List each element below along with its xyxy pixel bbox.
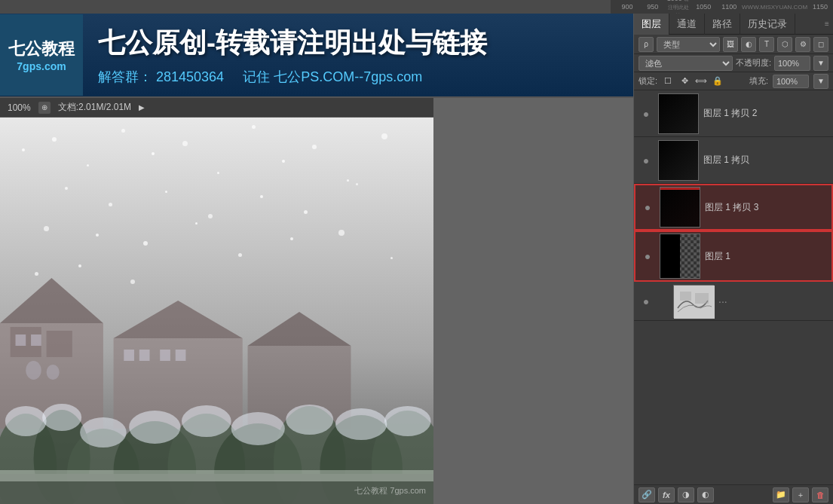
svg-point-27 bbox=[80, 417, 127, 447]
blend-mode-select[interactable]: 滤色 正常 叠加 正片叠底 bbox=[639, 56, 733, 71]
eye-icon-copy2: ● bbox=[643, 108, 649, 120]
banner-logo-inner: 七公教程 7gps.com bbox=[8, 38, 75, 72]
adjustment-layer-btn[interactable]: ◐ bbox=[697, 487, 714, 502]
tab-paths[interactable]: 路径 bbox=[705, 14, 740, 35]
layer-style-btn[interactable]: fx bbox=[658, 487, 675, 502]
filter-icon-extra[interactable]: ◻ bbox=[813, 37, 828, 52]
svg-point-26 bbox=[42, 404, 81, 431]
tab-channels[interactable]: 通道 bbox=[669, 14, 705, 35]
svg-rect-35 bbox=[0, 470, 433, 481]
zoom-icon[interactable]: ⊕ bbox=[38, 102, 51, 114]
layer-visibility-copy3[interactable]: ● bbox=[640, 184, 655, 231]
new-group-btn[interactable]: 📁 bbox=[773, 487, 789, 502]
ruler-bar: 900 950 1000 请注明此处转 1050 1100 WWW.MISXYU… bbox=[611, 0, 833, 14]
opacity-value[interactable]: 100% bbox=[774, 56, 810, 71]
layer-visibility-copy2[interactable]: ● bbox=[639, 90, 654, 137]
fx-icon: fx bbox=[663, 490, 670, 499]
svg-rect-10 bbox=[16, 334, 26, 346]
filter-type-select[interactable]: 类型 名称 bbox=[657, 37, 720, 52]
filter-icon-smart[interactable]: ⚙ bbox=[795, 37, 810, 52]
mask-icon: ◑ bbox=[682, 490, 690, 499]
filter-icon-shape[interactable]: ⬡ bbox=[777, 37, 792, 52]
layer-name-copy3: 图层 1 拷贝 3 bbox=[705, 201, 827, 214]
layer-options-dots[interactable]: ··· bbox=[718, 295, 727, 307]
lock-label: 锁定: bbox=[639, 75, 657, 87]
link-layers-btn[interactable]: 🔗 bbox=[639, 487, 655, 502]
banner-logo-title: 七公教程 bbox=[8, 38, 75, 60]
canvas-area: 七公教程 7gps.com 七公原创-转载请注明出处与链接 解答群： 28145… bbox=[0, 14, 633, 504]
layer-thumb-copy3 bbox=[660, 187, 700, 228]
lock-pixels-btn[interactable]: ☐ bbox=[662, 75, 674, 87]
opacity-arrow[interactable]: ▼ bbox=[813, 56, 828, 71]
lock-row: 锁定: ☐ ✥ ⟺ 🔒 填充: 100% ▼ bbox=[634, 72, 833, 90]
filter-toggle[interactable]: ρ bbox=[639, 37, 654, 52]
layer-item-copy[interactable]: ● 图层 1 拷贝 bbox=[634, 137, 833, 184]
fill-value[interactable]: 100% bbox=[773, 75, 809, 88]
tab-layers[interactable]: 图层 bbox=[634, 14, 669, 35]
fill-label: 填充: bbox=[749, 75, 768, 87]
panel-menu-icon[interactable]: ≡ bbox=[821, 18, 833, 30]
eye-icon-copy3: ● bbox=[645, 201, 651, 213]
svg-marker-1 bbox=[0, 278, 103, 323]
bottom-toolbar: 🔗 fx ◑ ◐ 📁 + 🗑 bbox=[634, 484, 833, 504]
delete-layer-btn[interactable]: 🗑 bbox=[812, 487, 828, 502]
banner: 七公教程 7gps.com 七公原创-转载请注明出处与链接 解答群： 28145… bbox=[0, 14, 633, 98]
filter-icon-adjust[interactable]: ◐ bbox=[741, 37, 756, 52]
lock-transform-btn[interactable]: ⟺ bbox=[695, 75, 707, 87]
layer-item-copy2[interactable]: ● 图层 1 拷贝 2 bbox=[634, 90, 833, 137]
tab-history[interactable]: 历史记录 bbox=[740, 14, 795, 35]
layer-item-base[interactable]: ● ··· bbox=[634, 282, 833, 321]
ruler-mark-900: 900 bbox=[614, 3, 640, 11]
lock-move-btn[interactable]: ✥ bbox=[678, 75, 691, 87]
opacity-label: 不透明度: bbox=[736, 57, 771, 69]
svg-point-28 bbox=[129, 411, 180, 444]
filter-icon-text[interactable]: T bbox=[759, 37, 774, 52]
layer-visibility-base[interactable]: ● bbox=[639, 278, 654, 325]
layer-thumb-copy2 bbox=[658, 93, 699, 134]
ruler-mark-1100: 1100 bbox=[716, 3, 742, 11]
link-icon: 🔗 bbox=[642, 490, 652, 499]
svg-point-33 bbox=[384, 406, 431, 436]
filter-row: ρ 类型 名称 🖼 ◐ T ⬡ ⚙ ◻ bbox=[634, 35, 833, 54]
lock-all-btn[interactable]: 🔒 bbox=[712, 75, 724, 87]
layer-visibility-copy[interactable]: ● bbox=[639, 137, 654, 184]
blend-row: 滤色 正常 叠加 正片叠底 不透明度: 100% ▼ bbox=[634, 54, 833, 72]
eye-icon-copy: ● bbox=[643, 154, 649, 166]
svg-rect-38 bbox=[695, 293, 709, 304]
layer-thumb-1 bbox=[660, 234, 700, 279]
ruler-mark-1050: 1050 bbox=[691, 3, 716, 11]
banner-subtitle: 解答群： 281450364 记住 七公PS.COM--7gps.com bbox=[98, 68, 618, 86]
svg-marker-5 bbox=[114, 301, 243, 338]
banner-qq-label: 解答群： bbox=[98, 69, 152, 84]
layer-thumb-base bbox=[673, 285, 714, 318]
layer-item-1[interactable]: ● 图层 1 bbox=[634, 231, 833, 282]
ruler-top: 900 950 1000 请注明此处转 1050 1100 WWW.MISXYU… bbox=[0, 0, 833, 14]
layer-name-copy2: 图层 1 拷贝 2 bbox=[703, 107, 828, 120]
ruler-mark-950: 950 bbox=[640, 3, 666, 11]
main-image: 七公教程 7gps.com bbox=[0, 118, 433, 504]
new-layer-icon: + bbox=[798, 490, 803, 499]
eye-icon-base: ● bbox=[643, 295, 649, 307]
new-layer-btn[interactable]: + bbox=[792, 487, 809, 502]
svg-marker-7 bbox=[248, 312, 351, 346]
svg-point-32 bbox=[335, 408, 387, 440]
doc-info-arrow[interactable]: ▶ bbox=[139, 103, 145, 111]
layers-list: ● 图层 1 拷贝 2 ● 图层 1 拷贝 ● 图层 1 拷 bbox=[634, 90, 833, 484]
layer-item-copy3[interactable]: ● 图层 1 拷贝 3 bbox=[634, 184, 833, 231]
trees-svg bbox=[0, 353, 433, 504]
folder-icon: 📁 bbox=[776, 490, 786, 499]
fill-arrow[interactable]: ▼ bbox=[813, 74, 828, 89]
layer-mask-btn[interactable]: ◑ bbox=[678, 487, 694, 502]
svg-point-25 bbox=[5, 406, 47, 436]
layer-visibility-1[interactable]: ● bbox=[640, 233, 655, 279]
sketch-svg bbox=[674, 286, 715, 319]
banner-visit-label: 记住 七公PS.COM--7gps.com bbox=[243, 69, 422, 84]
ruler-mark-website: WWW.MISXYUAN.COM bbox=[742, 4, 807, 11]
tabs-row: 图层 通道 路径 历史记录 ≡ bbox=[634, 14, 833, 35]
svg-point-30 bbox=[231, 412, 285, 445]
banner-logo: 七公教程 7gps.com bbox=[0, 14, 83, 96]
ruler-mark-1150: 1150 bbox=[807, 3, 833, 11]
svg-point-29 bbox=[182, 405, 231, 437]
layer-thumb-copy bbox=[658, 140, 699, 181]
filter-icon-image[interactable]: 🖼 bbox=[723, 37, 738, 52]
